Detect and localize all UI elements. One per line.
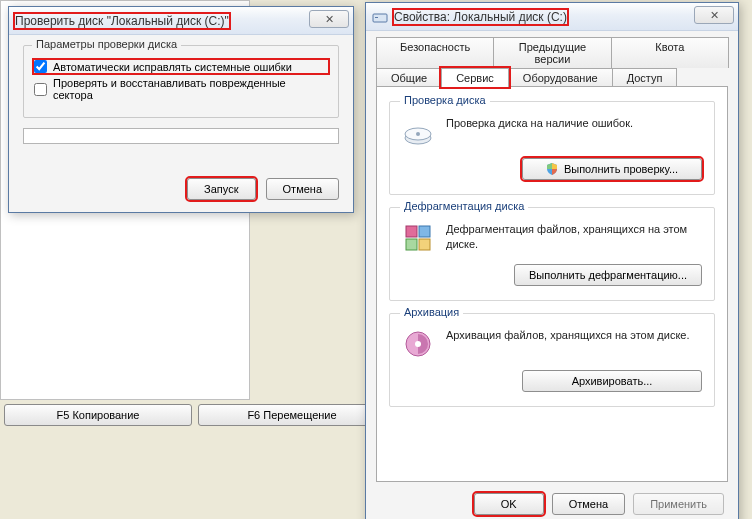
svg-rect-1 <box>375 17 378 18</box>
apply-button[interactable]: Применить <box>633 493 724 515</box>
f5-copy-label: F5 Копирование <box>57 409 140 421</box>
section-check-legend: Проверка диска <box>400 94 490 106</box>
tab-security[interactable]: Безопасность <box>376 37 494 68</box>
run-backup-label: Архивировать... <box>572 375 653 387</box>
drive-icon <box>372 9 388 25</box>
run-defrag-button[interactable]: Выполнить дефрагментацию... <box>514 264 702 286</box>
close-icon: ✕ <box>710 9 719 22</box>
section-defrag-text: Дефрагментация файлов, хранящихся на это… <box>446 222 702 253</box>
close-button[interactable]: ✕ <box>694 6 734 24</box>
svg-point-4 <box>416 132 420 136</box>
cancel-label: Отмена <box>569 498 608 510</box>
tab-general[interactable]: Общие <box>376 68 442 87</box>
svg-point-10 <box>415 341 421 347</box>
background-toolbar: F5 Копирование F6 Перемещение <box>0 400 390 430</box>
tab-quota-label: Квота <box>655 41 684 53</box>
cancel-button[interactable]: Отмена <box>266 178 339 200</box>
cancel-button[interactable]: Отмена <box>552 493 625 515</box>
apply-label: Применить <box>650 498 707 510</box>
svg-rect-6 <box>419 226 430 237</box>
section-check-text: Проверка диска на наличие ошибок. <box>446 116 702 131</box>
check-options-group: Параметры проверки диска Автоматически и… <box>23 45 339 118</box>
progress-bar <box>23 128 339 144</box>
tab-general-label: Общие <box>391 72 427 84</box>
f5-copy-button[interactable]: F5 Копирование <box>4 404 192 426</box>
run-check-button[interactable]: Выполнить проверку... <box>522 158 702 180</box>
tab-panel: Проверка диска Проверка диска на наличие… <box>376 86 728 482</box>
svg-rect-5 <box>406 226 417 237</box>
section-backup: Архивация Архивация файлов, хранящихся н… <box>389 313 715 407</box>
shield-icon <box>546 163 558 175</box>
properties-title: Свойства: Локальный диск (C:) <box>394 10 567 24</box>
ok-button[interactable]: OK <box>474 493 544 515</box>
section-defrag-legend: Дефрагментация диска <box>400 200 528 212</box>
start-button-label: Запуск <box>204 183 238 195</box>
start-button[interactable]: Запуск <box>187 178 255 200</box>
checkdisk-buttons: Запуск Отмена <box>23 178 339 200</box>
section-check-disk: Проверка диска Проверка диска на наличие… <box>389 101 715 195</box>
properties-footer: OK Отмена Применить <box>366 483 738 519</box>
check-disk-icon <box>402 116 434 148</box>
close-icon: ✕ <box>325 13 334 26</box>
tab-sharing[interactable]: Доступ <box>612 68 678 87</box>
run-backup-button[interactable]: Архивировать... <box>522 370 702 392</box>
opt-auto-fix-label: Автоматически исправлять системные ошибк… <box>53 61 292 73</box>
tab-service-label: Сервис <box>456 72 494 84</box>
checkdisk-titlebar: Проверить диск "Локальный диск (C:)" ✕ <box>9 7 353 35</box>
tab-security-label: Безопасность <box>400 41 470 53</box>
run-defrag-label: Выполнить дефрагментацию... <box>529 269 687 281</box>
opt-auto-fix[interactable]: Автоматически исправлять системные ошибк… <box>34 60 328 73</box>
checkdisk-content: Параметры проверки диска Автоматически и… <box>9 35 353 212</box>
cancel-button-label: Отмена <box>283 183 322 195</box>
tab-service[interactable]: Сервис <box>441 68 509 87</box>
tab-hardware-label: Оборудование <box>523 72 598 84</box>
close-button[interactable]: ✕ <box>309 10 349 28</box>
tab-previous-versions[interactable]: Предыдущие версии <box>493 37 611 68</box>
opt-scan-sectors[interactable]: Проверять и восстанавливать поврежденные… <box>34 77 328 101</box>
opt-auto-fix-checkbox[interactable] <box>34 60 47 73</box>
f6-move-button[interactable]: F6 Перемещение <box>198 404 386 426</box>
section-backup-text: Архивация файлов, хранящихся на этом дис… <box>446 328 702 343</box>
svg-rect-7 <box>406 239 417 250</box>
defrag-icon <box>402 222 434 254</box>
run-check-label: Выполнить проверку... <box>564 163 678 175</box>
opt-scan-sectors-checkbox[interactable] <box>34 83 47 96</box>
tab-prev-label: Предыдущие версии <box>519 41 586 65</box>
section-defrag: Дефрагментация диска Дефрагментация файл… <box>389 207 715 301</box>
tab-row-2: Общие Сервис Оборудование Доступ <box>376 68 728 87</box>
tab-sharing-label: Доступ <box>627 72 663 84</box>
checkdisk-dialog: Проверить диск "Локальный диск (C:)" ✕ П… <box>8 6 354 213</box>
section-backup-legend: Архивация <box>400 306 463 318</box>
checkdisk-title: Проверить диск "Локальный диск (C:)" <box>15 14 229 28</box>
tab-hardware[interactable]: Оборудование <box>508 68 613 87</box>
ok-label: OK <box>501 498 517 510</box>
tab-quota[interactable]: Квота <box>611 37 729 68</box>
properties-titlebar: Свойства: Локальный диск (C:) ✕ <box>366 3 738 31</box>
tab-row-1: Безопасность Предыдущие версии Квота <box>376 37 728 68</box>
backup-icon <box>402 328 434 360</box>
properties-dialog: Свойства: Локальный диск (C:) ✕ Безопасн… <box>365 2 739 519</box>
svg-rect-8 <box>419 239 430 250</box>
f6-move-label: F6 Перемещение <box>247 409 336 421</box>
opt-scan-sectors-label: Проверять и восстанавливать поврежденные… <box>53 77 328 101</box>
check-options-legend: Параметры проверки диска <box>32 38 181 50</box>
properties-content: Безопасность Предыдущие версии Квота Общ… <box>366 31 738 483</box>
